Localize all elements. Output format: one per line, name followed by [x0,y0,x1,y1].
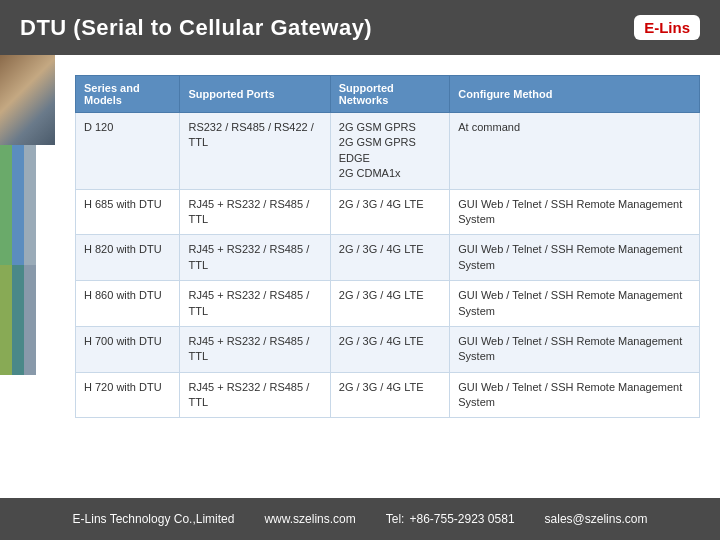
table-row: H 685 with DTU RJ45 + RS232 / RS485 / TT… [76,189,700,235]
table-header-row: Series and Models Supported Ports Suppor… [76,76,700,113]
table-row: H 700 with DTU RJ45 + RS232 / RS485 / TT… [76,326,700,372]
footer-email: sales@szelins.com [545,512,648,526]
col-header-configure: Configure Method [450,76,700,113]
cell-configure: GUI Web / Telnet / SSH Remote Management… [450,372,700,418]
col-header-ports: Supported Ports [180,76,330,113]
cell-configure: GUI Web / Telnet / SSH Remote Management… [450,281,700,327]
product-table: Series and Models Supported Ports Suppor… [75,75,700,418]
cell-ports: RJ45 + RS232 / RS485 / TTL [180,326,330,372]
cell-model: H 720 with DTU [76,372,180,418]
cell-model: H 685 with DTU [76,189,180,235]
table-row: D 120 RS232 / RS485 / RS422 / TTL 2G GSM… [76,113,700,190]
cell-networks: 2G / 3G / 4G LTE [330,326,450,372]
footer-tel-label: Tel: [386,512,405,526]
cell-networks: 2G / 3G / 4G LTE [330,372,450,418]
cell-model: D 120 [76,113,180,190]
header: DTU (Serial to Cellular Gateway) E-Lins [0,0,720,55]
cell-configure: GUI Web / Telnet / SSH Remote Management… [450,326,700,372]
cell-ports: RJ45 + RS232 / RS485 / TTL [180,372,330,418]
footer-tel-number: +86-755-2923 0581 [409,512,514,526]
col-header-networks: Supported Networks [330,76,450,113]
cell-networks: 2G / 3G / 4G LTE [330,281,450,327]
cell-configure: GUI Web / Telnet / SSH Remote Management… [450,189,700,235]
logo: E-Lins [634,15,700,40]
page-title: DTU (Serial to Cellular Gateway) [20,15,372,41]
cell-networks: 2G / 3G / 4G LTE [330,189,450,235]
table-row: H 820 with DTU RJ45 + RS232 / RS485 / TT… [76,235,700,281]
logo-text: E-Lins [644,19,690,36]
footer-website: www.szelins.com [264,512,355,526]
cell-configure: GUI Web / Telnet / SSH Remote Management… [450,235,700,281]
decorative-image [0,55,55,145]
side-bar-teal [12,265,24,375]
footer-tel: Tel: +86-755-2923 0581 [386,512,515,526]
side-bar-gray2 [24,265,36,375]
cell-ports: RJ45 + RS232 / RS485 / TTL [180,235,330,281]
side-bar-green [0,145,12,265]
cell-ports: RS232 / RS485 / RS422 / TTL [180,113,330,190]
cell-model: H 860 with DTU [76,281,180,327]
footer-company: E-Lins Technology Co.,Limited [73,512,235,526]
cell-model: H 700 with DTU [76,326,180,372]
main-content: Series and Models Supported Ports Suppor… [55,55,720,485]
cell-model: H 820 with DTU [76,235,180,281]
col-header-model: Series and Models [76,76,180,113]
side-bar-gray [24,145,36,265]
table-row: H 860 with DTU RJ45 + RS232 / RS485 / TT… [76,281,700,327]
cell-ports: RJ45 + RS232 / RS485 / TTL [180,189,330,235]
footer: E-Lins Technology Co.,Limited www.szelin… [0,498,720,540]
table-row: H 720 with DTU RJ45 + RS232 / RS485 / TT… [76,372,700,418]
cell-networks: 2G / 3G / 4G LTE [330,235,450,281]
cell-ports: RJ45 + RS232 / RS485 / TTL [180,281,330,327]
cell-configure: At command [450,113,700,190]
cell-networks: 2G GSM GPRS2G GSM GPRS EDGE2G CDMA1x [330,113,450,190]
side-bar-blue [12,145,24,265]
side-bar-green2 [0,265,12,375]
